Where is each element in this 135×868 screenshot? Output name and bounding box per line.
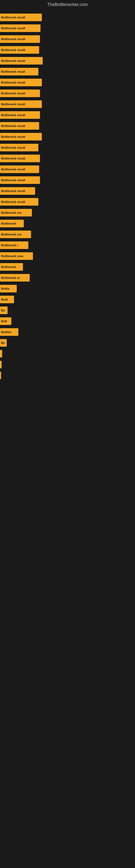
bar-row: Bottleneck result — [0, 34, 135, 44]
bar-row: Bottleneck r — [0, 240, 135, 251]
bottleneck-bar: Bottleneck result — [0, 57, 43, 65]
bar-label: Bottleneck result — [1, 102, 25, 106]
bar-row: Bottlen — [0, 327, 135, 337]
bar-row: Bottleneck res — [0, 207, 135, 218]
bar-row: Bottleneck result — [0, 99, 135, 110]
bar-row — [0, 359, 135, 370]
bar-label: Bottleneck result — [1, 48, 25, 52]
bar-label: Bo — [1, 341, 5, 344]
bar-row: Bottleneck result — [0, 12, 135, 23]
bars-container: Bottleneck resultBottleneck resultBottle… — [0, 9, 135, 393]
bar-row: Bottleneck — [0, 261, 135, 272]
bar-row: Bottleneck result — [0, 77, 135, 88]
bottleneck-bar: Bottleneck result — [0, 100, 42, 108]
bottleneck-bar: Bottleneck result — [0, 187, 35, 195]
bottleneck-bar: Bott — [0, 317, 11, 325]
bottleneck-bar: Bottleneck res — [0, 230, 31, 238]
bar-row: Bottleneck result — [0, 175, 135, 186]
bar-label: Bottleneck r — [1, 244, 18, 247]
bottleneck-bar: Bottlen — [0, 328, 18, 336]
bar-row: Bottleneck result — [0, 153, 135, 164]
bottleneck-bar: Bottleneck result — [0, 46, 39, 54]
bottleneck-bar — [0, 361, 2, 368]
bottleneck-bar: Bottleneck re — [0, 274, 30, 282]
bar-row — [0, 384, 135, 388]
bar-label: Bottleneck re — [1, 276, 20, 279]
bar-label: Bottleneck result — [1, 81, 25, 84]
bar-label: Bottlen — [1, 330, 11, 334]
bottleneck-bar: Bottleneck result — [0, 79, 42, 86]
bottleneck-bar: Bottleneck result — [0, 176, 40, 184]
bar-label: Bottleneck result — [1, 167, 25, 171]
bar-label: Bottleneck result — [1, 146, 25, 149]
bottleneck-bar: Bottleneck res — [0, 209, 32, 216]
bottleneck-bar: Bo — [0, 307, 8, 314]
bar-label: Bottleneck result — [1, 200, 25, 204]
bar-row: Bott — [0, 316, 135, 327]
bar-label: Bott — [1, 319, 7, 323]
bar-label: Bottle — [1, 287, 9, 290]
bottleneck-bar: Bottleneck result — [0, 35, 40, 43]
bar-row — [0, 388, 135, 391]
bar-row: Bottleneck result — [0, 66, 135, 77]
bar-row: Bottleneck result — [0, 142, 135, 153]
bottleneck-bar: Bottleneck result — [0, 68, 38, 75]
bar-label: Bottleneck result — [1, 157, 25, 160]
bar-label: Bottleneck result — [1, 27, 25, 30]
bar-row: Bottleneck re — [0, 272, 135, 283]
bar-row: Bo — [0, 337, 135, 348]
bar-label: Bottleneck result — [1, 92, 25, 95]
bottleneck-bar: Bottleneck resu — [0, 252, 33, 260]
bar-label: Bottleneck result — [1, 16, 25, 19]
bar-row: Bottleneck result — [0, 44, 135, 55]
bar-row: Bottleneck result — [0, 23, 135, 34]
bar-row — [0, 370, 135, 381]
bar-label: Bo — [1, 309, 5, 312]
bottleneck-bar — [0, 372, 1, 379]
bar-row: Bo — [0, 305, 135, 316]
bottleneck-bar: Bottleneck result — [0, 165, 39, 173]
bar-row: Bottleneck — [0, 218, 135, 229]
bottleneck-bar: Bottleneck — [0, 263, 23, 271]
bottleneck-bar: Bottl — [0, 296, 14, 303]
bottleneck-bar: Bottleneck result — [0, 155, 40, 162]
bar-row: Bottleneck result — [0, 88, 135, 99]
bar-row: Bottleneck result — [0, 186, 135, 196]
bottleneck-bar — [0, 350, 2, 358]
bar-label: Bottleneck res — [1, 233, 21, 236]
bar-label: Bottleneck — [1, 265, 16, 269]
bottleneck-bar: Bottleneck result — [0, 144, 38, 151]
bar-label: Bottleneck result — [1, 179, 25, 182]
bottleneck-bar: Bottleneck — [0, 220, 24, 227]
bar-label: Bottleneck result — [1, 135, 25, 138]
bar-label: Bottleneck — [1, 222, 16, 225]
bottleneck-bar: Bottleneck result — [0, 198, 38, 206]
bar-label: Bottleneck result — [1, 113, 25, 117]
bottleneck-bar: Bottleneck r — [0, 241, 28, 249]
bottleneck-bar: Bottleneck result — [0, 90, 40, 97]
bar-row: Bottl — [0, 294, 135, 305]
bar-label: Bottleneck result — [1, 189, 25, 193]
site-title: TheBottlenecker.com — [0, 0, 135, 9]
bar-label: Bottl — [1, 298, 8, 301]
bottleneck-bar: Bottle — [0, 285, 17, 292]
bar-label: Bottleneck res — [1, 211, 21, 214]
bar-label: Bottleneck result — [1, 59, 25, 62]
bar-label: Bottleneck result — [1, 124, 25, 127]
bottleneck-bar: Bottleneck result — [0, 111, 40, 119]
bar-row: Bottleneck result — [0, 110, 135, 120]
bar-label: Bottleneck result — [1, 37, 25, 41]
bar-row: Bottleneck result — [0, 131, 135, 142]
bottleneck-bar: Bottleneck result — [0, 122, 39, 130]
bar-row: Bottle — [0, 283, 135, 294]
bar-row: Bottleneck result — [0, 164, 135, 175]
bar-row — [0, 348, 135, 359]
bar-row: Bottleneck resu — [0, 251, 135, 261]
bar-row: Bottleneck res — [0, 229, 135, 240]
bottleneck-bar: Bottleneck result — [0, 133, 42, 141]
bar-row: Bottleneck result — [0, 196, 135, 207]
bottleneck-bar: Bottleneck result — [0, 24, 41, 32]
bar-row: Bottleneck result — [0, 120, 135, 131]
bar-label: Bottleneck resu — [1, 254, 24, 258]
bottleneck-bar: Bo — [0, 339, 7, 347]
